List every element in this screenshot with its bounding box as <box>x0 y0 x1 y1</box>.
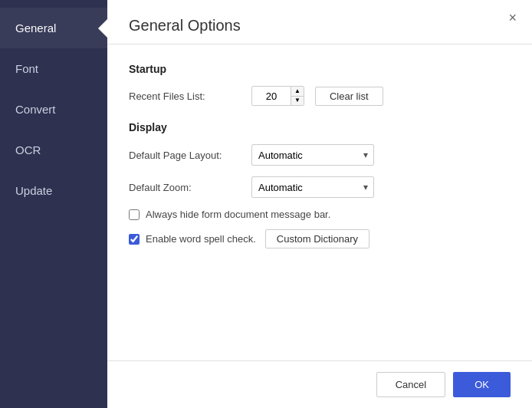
sidebar-item-update-label: Update <box>15 184 52 197</box>
sidebar-item-convert-label: Convert <box>15 103 56 116</box>
sidebar-item-font-label: Font <box>15 62 38 75</box>
spinner-up-button[interactable]: ▲ <box>291 87 304 97</box>
custom-dictionary-button[interactable]: Custom Dictionary <box>265 229 369 248</box>
recent-files-input-wrap: ▲ ▼ <box>251 86 304 106</box>
default-zoom-row: Default Zoom: Automatic 50% 75% 100% 125… <box>129 176 511 198</box>
close-button[interactable]: × <box>504 8 521 28</box>
dialog-body: Startup Recent Files List: ▲ ▼ Clear lis… <box>107 44 532 360</box>
ok-button[interactable]: OK <box>453 372 511 397</box>
sidebar: General Font Convert OCR Update <box>0 0 107 408</box>
page-layout-label: Default Page Layout: <box>129 150 251 161</box>
recent-files-row: Recent Files List: ▲ ▼ Clear list <box>129 86 511 106</box>
dialog-header: General Options × <box>107 0 532 44</box>
hide-form-bar-row: Always hide form document message bar. <box>129 209 511 220</box>
sidebar-item-general-label: General <box>15 21 56 35</box>
sidebar-item-update[interactable]: Update <box>0 170 107 211</box>
spell-check-label: Enable word spell check. <box>146 233 256 245</box>
recent-files-spinner: ▲ ▼ <box>291 87 304 105</box>
spell-check-checkbox[interactable] <box>129 234 140 245</box>
default-zoom-select-wrap: Automatic 50% 75% 100% 125% 150% <box>251 176 374 198</box>
display-section: Display Default Page Layout: Automatic S… <box>129 121 511 248</box>
startup-section-title: Startup <box>129 63 511 75</box>
page-layout-select-wrap: Automatic Single Page Two Pages Continuo… <box>251 144 374 166</box>
sidebar-item-ocr-label: OCR <box>15 143 41 156</box>
spell-check-row: Enable word spell check. Custom Dictiona… <box>129 229 511 248</box>
dialog-footer: Cancel OK <box>107 360 532 408</box>
hide-form-bar-checkbox[interactable] <box>129 209 140 220</box>
sidebar-item-general[interactable]: General <box>0 8 107 48</box>
clear-list-button[interactable]: Clear list <box>315 87 383 106</box>
recent-files-input[interactable] <box>252 87 291 105</box>
display-section-title: Display <box>129 121 511 133</box>
recent-files-label: Recent Files List: <box>129 90 251 102</box>
default-zoom-select[interactable]: Automatic 50% 75% 100% 125% 150% <box>251 176 374 198</box>
hide-form-bar-label: Always hide form document message bar. <box>146 209 330 220</box>
page-layout-select[interactable]: Automatic Single Page Two Pages Continuo… <box>251 144 374 166</box>
cancel-button[interactable]: Cancel <box>376 372 445 397</box>
sidebar-item-convert[interactable]: Convert <box>0 89 107 130</box>
default-zoom-label: Default Zoom: <box>129 182 251 193</box>
main-panel: General Options × Startup Recent Files L… <box>107 0 532 408</box>
spinner-down-button[interactable]: ▼ <box>291 97 304 106</box>
dialog-title: General Options <box>129 17 511 35</box>
page-layout-row: Default Page Layout: Automatic Single Pa… <box>129 144 511 166</box>
sidebar-item-ocr[interactable]: OCR <box>0 130 107 170</box>
sidebar-item-font[interactable]: Font <box>0 48 107 89</box>
dialog: General Font Convert OCR Update General … <box>0 0 532 408</box>
